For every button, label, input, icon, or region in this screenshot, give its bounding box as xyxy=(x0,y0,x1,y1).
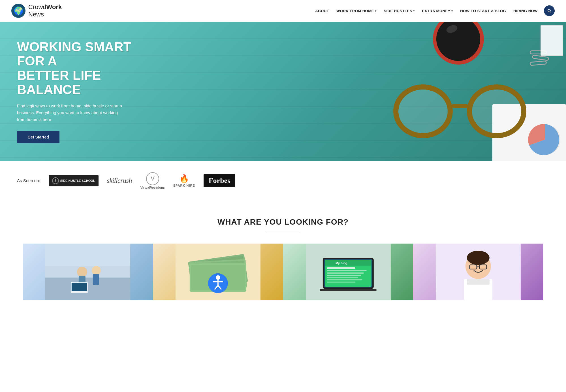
svg-point-42 xyxy=(467,251,490,265)
svg-rect-36 xyxy=(327,277,358,278)
svg-line-1 xyxy=(550,12,551,13)
nav-item-about[interactable]: ABOUT xyxy=(312,7,332,15)
svg-point-21 xyxy=(216,275,220,280)
svg-rect-47 xyxy=(467,279,490,285)
nav-item-hiring-now[interactable]: HIRING NOW xyxy=(511,7,541,15)
section-divider xyxy=(266,232,300,232)
hiring-card[interactable] xyxy=(413,244,543,300)
flame-icon: 🔥 xyxy=(179,174,189,183)
nav-item-how-to-start-blog[interactable]: HOW TO START A BLOG xyxy=(457,7,509,15)
svg-text:My blog: My blog xyxy=(335,261,347,265)
header: 🌍 CrowdWork News ABOUT WORK FROM HOME ▾ … xyxy=(0,0,566,22)
hero-subtitle: Find legit ways to work from home, side … xyxy=(17,103,125,123)
svg-rect-37 xyxy=(327,279,362,280)
search-button[interactable] xyxy=(544,5,555,16)
svg-rect-35 xyxy=(327,275,361,276)
svg-rect-34 xyxy=(327,272,364,274)
what-section: WHAT ARE YOU LOOKING FOR? xyxy=(0,201,566,309)
nav-item-work-from-home[interactable]: WORK FROM HOME ▾ xyxy=(334,7,379,15)
vv-text: VirtualVocations xyxy=(140,186,165,189)
sparkhire-text: SPARK HIRE xyxy=(173,184,195,187)
as-seen-on-label: As Seen on: xyxy=(17,178,40,183)
get-started-button[interactable]: Get Started xyxy=(17,131,59,143)
nav-item-side-hustles[interactable]: SIDE HUSTLES ▾ xyxy=(381,7,417,15)
hiring-image xyxy=(413,244,543,300)
svg-point-8 xyxy=(92,266,101,275)
svg-rect-9 xyxy=(93,274,99,285)
svg-rect-11 xyxy=(72,283,87,291)
main-nav: ABOUT WORK FROM HOME ▾ SIDE HUSTLES ▾ EX… xyxy=(312,5,555,16)
hero-section: WORKING SMART FOR A BETTER LIFE BALANCE … xyxy=(0,22,566,161)
svg-rect-39 xyxy=(320,289,376,291)
as-seen-on-section: As Seen on: $ SIDE HUSTLE SCHOOL skillcr… xyxy=(0,161,566,201)
chevron-down-icon: ▾ xyxy=(451,9,453,12)
extra-money-card[interactable]: $ xyxy=(153,244,283,300)
logo-icon: 🌍 xyxy=(11,4,25,18)
nav-item-extra-money[interactable]: EXTRA MONEY ▾ xyxy=(419,7,456,15)
side-hustle-school-logo[interactable]: $ SIDE HUSTLE SCHOOL xyxy=(49,175,99,186)
what-title: WHAT ARE YOU LOOKING FOR? xyxy=(11,218,555,227)
wfh-image xyxy=(23,244,153,300)
forbes-logo[interactable]: Forbes xyxy=(204,174,236,187)
logo[interactable]: 🌍 CrowdWork News xyxy=(11,3,62,18)
logo-text: CrowdWork News xyxy=(28,3,62,18)
svg-rect-5 xyxy=(45,244,130,266)
vv-circle-icon: V xyxy=(146,172,159,185)
shs-dollar-icon: $ xyxy=(52,177,59,184)
svg-rect-38 xyxy=(327,282,355,283)
blog-image: My blog xyxy=(283,244,413,300)
hero-content: WORKING SMART FOR A BETTER LIFE BALANCE … xyxy=(0,22,159,161)
logo-globe-icon: 🌍 xyxy=(14,6,24,16)
svg-point-6 xyxy=(77,267,87,277)
svg-rect-33 xyxy=(327,270,366,271)
hero-title: WORKING SMART FOR A BETTER LIFE BALANCE xyxy=(17,40,142,97)
device-decoration xyxy=(541,25,563,56)
search-icon xyxy=(547,8,552,13)
chevron-down-icon: ▾ xyxy=(413,9,415,12)
virtual-vocations-logo[interactable]: V VirtualVocations xyxy=(140,172,165,189)
spark-hire-logo[interactable]: 🔥 SPARK HIRE xyxy=(173,174,195,187)
money-image: $ xyxy=(153,244,283,300)
start-blog-card[interactable]: My blog xyxy=(283,244,413,300)
chevron-down-icon: ▾ xyxy=(375,9,377,12)
glasses-decoration xyxy=(382,70,558,155)
svg-rect-32 xyxy=(327,267,355,269)
category-cards: $ xyxy=(23,244,543,300)
work-from-home-card[interactable] xyxy=(23,244,153,300)
svg-point-0 xyxy=(548,9,550,12)
svg-rect-30 xyxy=(325,260,371,266)
shs-text: SIDE HUSTLE SCHOOL xyxy=(60,179,95,182)
as-seen-on-logos: $ SIDE HUSTLE SCHOOL skillcrush V Virtua… xyxy=(49,172,236,189)
skillcrush-logo[interactable]: skillcrush xyxy=(107,177,132,184)
coffee-cup-decoration xyxy=(430,22,487,73)
